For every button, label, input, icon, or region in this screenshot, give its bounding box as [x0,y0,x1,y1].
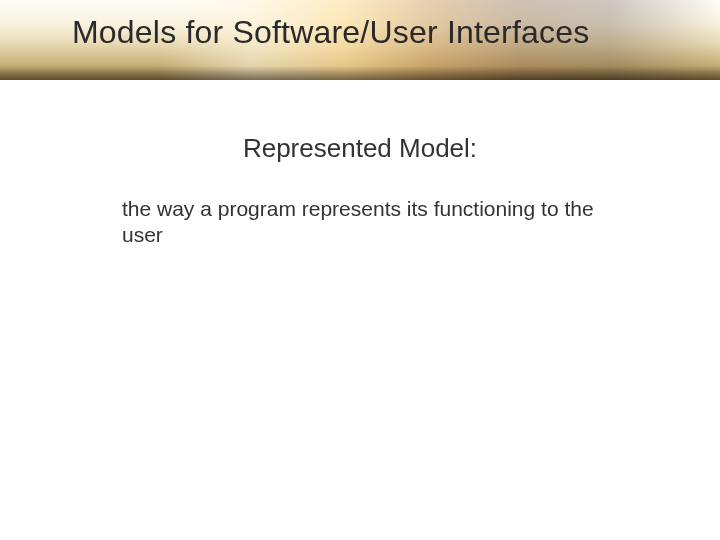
slide-subtitle: Represented Model: [0,133,720,164]
slide-title: Models for Software/User Interfaces [72,14,589,51]
slide: Models for Software/User Interfaces Repr… [0,0,720,540]
slide-body-text: the way a program represents its functio… [122,196,612,249]
